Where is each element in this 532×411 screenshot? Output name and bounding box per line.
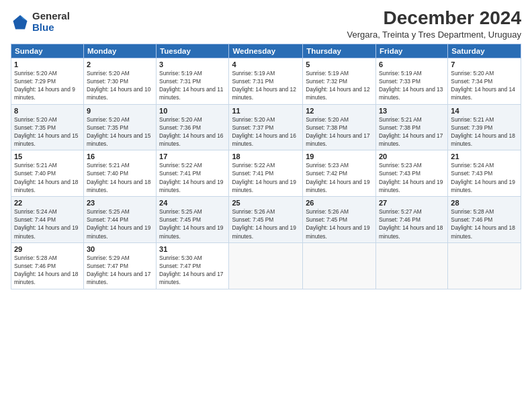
page: General Blue December 2024 Vergara, Trei… xyxy=(0,0,532,411)
day-number: 3 xyxy=(159,60,226,68)
table-row: 31Sunrise: 5:30 AMSunset: 7:47 PMDayligh… xyxy=(157,242,229,289)
col-tuesday: Tuesday xyxy=(157,44,229,58)
day-info: Sunrise: 5:26 AMSunset: 7:45 PMDaylight:… xyxy=(306,208,373,240)
calendar-week-2: 8Sunrise: 5:20 AMSunset: 7:35 PMDaylight… xyxy=(11,104,521,150)
col-friday: Friday xyxy=(375,44,447,58)
table-row: 29Sunrise: 5:28 AMSunset: 7:46 PMDayligh… xyxy=(11,242,84,289)
day-number: 4 xyxy=(232,60,300,68)
table-row: 6Sunrise: 5:19 AMSunset: 7:33 PMDaylight… xyxy=(375,58,447,104)
header-row: Sunday Monday Tuesday Wednesday Thursday… xyxy=(11,44,521,58)
calendar-week-5: 29Sunrise: 5:28 AMSunset: 7:46 PMDayligh… xyxy=(11,242,521,289)
day-number: 18 xyxy=(232,152,300,161)
day-number: 2 xyxy=(87,60,153,68)
calendar: Sunday Monday Tuesday Wednesday Thursday… xyxy=(11,44,521,289)
day-number: 6 xyxy=(379,60,445,68)
day-info: Sunrise: 5:30 AMSunset: 7:47 PMDaylight:… xyxy=(159,254,226,287)
day-info: Sunrise: 5:19 AMSunset: 7:32 PMDaylight:… xyxy=(306,69,373,102)
table-row: 22Sunrise: 5:24 AMSunset: 7:44 PMDayligh… xyxy=(11,197,84,243)
header: General Blue December 2024 Vergara, Trei… xyxy=(11,8,521,40)
table-row: 12Sunrise: 5:20 AMSunset: 7:38 PMDayligh… xyxy=(303,104,376,150)
day-info: Sunrise: 5:19 AMSunset: 7:33 PMDaylight:… xyxy=(379,69,445,102)
svg-marker-0 xyxy=(13,15,28,29)
day-info: Sunrise: 5:20 AMSunset: 7:36 PMDaylight:… xyxy=(159,116,226,148)
col-thursday: Thursday xyxy=(303,44,376,58)
table-row: 28Sunrise: 5:28 AMSunset: 7:46 PMDayligh… xyxy=(448,197,521,243)
day-info: Sunrise: 5:20 AMSunset: 7:29 PMDaylight:… xyxy=(14,69,81,102)
day-info: Sunrise: 5:21 AMSunset: 7:40 PMDaylight:… xyxy=(87,161,153,194)
table-row: 9Sunrise: 5:20 AMSunset: 7:35 PMDaylight… xyxy=(83,104,156,150)
col-monday: Monday xyxy=(83,44,156,58)
logo-icon xyxy=(11,13,30,32)
month-title: December 2024 xyxy=(347,8,521,29)
day-number: 22 xyxy=(14,199,81,207)
subtitle: Vergara, Treinta y Tres Department, Urug… xyxy=(347,30,521,40)
day-number: 31 xyxy=(159,245,226,253)
day-number: 7 xyxy=(451,60,518,68)
day-number: 23 xyxy=(87,199,153,207)
table-row: 14Sunrise: 5:21 AMSunset: 7:39 PMDayligh… xyxy=(448,104,521,150)
table-row: 20Sunrise: 5:23 AMSunset: 7:43 PMDayligh… xyxy=(375,150,447,197)
day-number: 11 xyxy=(232,107,300,115)
table-row: 13Sunrise: 5:21 AMSunset: 7:38 PMDayligh… xyxy=(375,104,447,150)
table-row: 16Sunrise: 5:21 AMSunset: 7:40 PMDayligh… xyxy=(83,150,156,197)
col-saturday: Saturday xyxy=(448,44,521,58)
table-row: 30Sunrise: 5:29 AMSunset: 7:47 PMDayligh… xyxy=(83,242,156,289)
day-number: 25 xyxy=(232,199,300,207)
day-number: 24 xyxy=(159,199,226,207)
day-info: Sunrise: 5:23 AMSunset: 7:43 PMDaylight:… xyxy=(379,161,445,194)
day-info: Sunrise: 5:28 AMSunset: 7:46 PMDaylight:… xyxy=(451,208,518,240)
table-row: 17Sunrise: 5:22 AMSunset: 7:41 PMDayligh… xyxy=(157,150,229,197)
logo-text: General Blue xyxy=(32,11,70,33)
table-row: 25Sunrise: 5:26 AMSunset: 7:45 PMDayligh… xyxy=(229,197,303,243)
day-info: Sunrise: 5:24 AMSunset: 7:44 PMDaylight:… xyxy=(14,208,81,240)
day-number: 8 xyxy=(14,107,81,115)
table-row: 2Sunrise: 5:20 AMSunset: 7:30 PMDaylight… xyxy=(83,58,156,104)
day-number: 28 xyxy=(451,199,518,207)
table-row xyxy=(303,242,376,289)
day-number: 10 xyxy=(159,107,226,115)
logo-blue: Blue xyxy=(32,22,70,34)
day-number: 21 xyxy=(451,152,518,161)
table-row xyxy=(375,242,447,289)
day-number: 16 xyxy=(87,152,153,161)
day-info: Sunrise: 5:20 AMSunset: 7:30 PMDaylight:… xyxy=(87,69,153,102)
table-row: 19Sunrise: 5:23 AMSunset: 7:42 PMDayligh… xyxy=(303,150,376,197)
col-wednesday: Wednesday xyxy=(229,44,303,58)
table-row: 21Sunrise: 5:24 AMSunset: 7:43 PMDayligh… xyxy=(448,150,521,197)
day-info: Sunrise: 5:28 AMSunset: 7:46 PMDaylight:… xyxy=(14,254,81,287)
day-number: 14 xyxy=(451,107,518,115)
calendar-week-1: 1Sunrise: 5:20 AMSunset: 7:29 PMDaylight… xyxy=(11,58,521,104)
day-info: Sunrise: 5:23 AMSunset: 7:42 PMDaylight:… xyxy=(306,161,373,194)
table-row: 10Sunrise: 5:20 AMSunset: 7:36 PMDayligh… xyxy=(157,104,229,150)
table-row: 7Sunrise: 5:20 AMSunset: 7:34 PMDaylight… xyxy=(448,58,521,104)
day-number: 13 xyxy=(379,107,445,115)
day-number: 29 xyxy=(14,245,81,253)
table-row: 3Sunrise: 5:19 AMSunset: 7:31 PMDaylight… xyxy=(157,58,229,104)
logo: General Blue xyxy=(11,11,70,33)
day-number: 15 xyxy=(14,152,81,161)
day-number: 5 xyxy=(306,60,373,68)
table-row: 15Sunrise: 5:21 AMSunset: 7:40 PMDayligh… xyxy=(11,150,84,197)
day-info: Sunrise: 5:21 AMSunset: 7:40 PMDaylight:… xyxy=(14,161,81,194)
day-number: 17 xyxy=(159,152,226,161)
table-row: 18Sunrise: 5:22 AMSunset: 7:41 PMDayligh… xyxy=(229,150,303,197)
day-info: Sunrise: 5:22 AMSunset: 7:41 PMDaylight:… xyxy=(232,161,300,194)
day-info: Sunrise: 5:21 AMSunset: 7:38 PMDaylight:… xyxy=(379,116,445,148)
day-info: Sunrise: 5:29 AMSunset: 7:47 PMDaylight:… xyxy=(87,254,153,287)
day-info: Sunrise: 5:19 AMSunset: 7:31 PMDaylight:… xyxy=(159,69,226,102)
table-row: 1Sunrise: 5:20 AMSunset: 7:29 PMDaylight… xyxy=(11,58,84,104)
day-number: 20 xyxy=(379,152,445,161)
day-info: Sunrise: 5:20 AMSunset: 7:34 PMDaylight:… xyxy=(451,69,518,102)
day-number: 1 xyxy=(14,60,81,68)
title-block: December 2024 Vergara, Treinta y Tres De… xyxy=(347,8,521,40)
table-row xyxy=(229,242,303,289)
table-row: 26Sunrise: 5:26 AMSunset: 7:45 PMDayligh… xyxy=(303,197,376,243)
day-info: Sunrise: 5:25 AMSunset: 7:44 PMDaylight:… xyxy=(87,208,153,240)
calendar-week-3: 15Sunrise: 5:21 AMSunset: 7:40 PMDayligh… xyxy=(11,150,521,197)
table-row: 24Sunrise: 5:25 AMSunset: 7:45 PMDayligh… xyxy=(157,197,229,243)
logo-general: General xyxy=(32,11,70,22)
table-row: 4Sunrise: 5:19 AMSunset: 7:31 PMDaylight… xyxy=(229,58,303,104)
day-number: 27 xyxy=(379,199,445,207)
day-number: 9 xyxy=(87,107,153,115)
day-info: Sunrise: 5:21 AMSunset: 7:39 PMDaylight:… xyxy=(451,116,518,148)
